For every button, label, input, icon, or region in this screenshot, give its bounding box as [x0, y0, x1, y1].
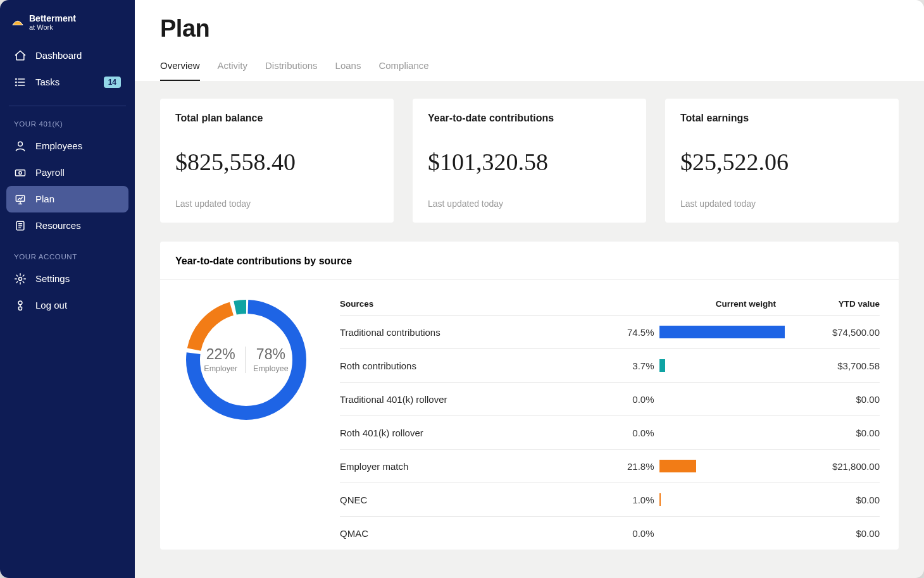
gear-icon	[14, 273, 27, 285]
metric-card: Year-to-date contributions$101,320.58Las…	[413, 99, 646, 223]
sources-table-head: Sources Current weight YTD value	[340, 299, 880, 315]
lock-icon	[14, 299, 27, 312]
sidebar-item-label: Dashboard	[35, 50, 82, 61]
source-name: QMAC	[340, 528, 619, 539]
weight-pct: 21.8%	[619, 461, 654, 472]
weight-bar	[659, 359, 784, 372]
weight-cell: 74.5%	[619, 326, 784, 338]
content: Total plan balance$825,558.40Last update…	[135, 81, 924, 550]
donut-employer-label: Employer	[204, 364, 237, 373]
nav-heading-account: YOUR ACCOUNT	[6, 239, 128, 266]
page-title: Plan	[160, 15, 899, 42]
ytd-section-title: Year-to-date contributions by source	[160, 242, 899, 280]
donut-chart: 22% Employer 78% Employee	[183, 299, 309, 421]
weight-bar	[659, 426, 784, 439]
metric-title: Total earnings	[680, 113, 883, 124]
ytd-section: Year-to-date contributions by source	[160, 242, 899, 550]
weight-cell: 0.0%	[619, 426, 784, 439]
ytd-value: $21,800.00	[784, 461, 880, 472]
metric-updated: Last updated today	[428, 199, 631, 209]
nav-heading-401k: YOUR 401(K)	[6, 106, 128, 133]
svg-point-5	[19, 171, 22, 174]
sidebar-item-plan[interactable]: Plan	[6, 186, 128, 212]
weight-pct: 1.0%	[619, 495, 654, 505]
weight-pct: 74.5%	[619, 327, 654, 338]
svg-point-3	[18, 142, 23, 146]
source-name: Roth 401(k) rollover	[340, 427, 619, 438]
presentation-icon	[14, 193, 27, 206]
sidebar-item-label: Employees	[35, 140, 82, 151]
svg-point-9	[18, 301, 22, 305]
svg-point-8	[19, 277, 22, 280]
metric-card: Total plan balance$825,558.40Last update…	[160, 99, 394, 223]
weight-cell: 3.7%	[619, 359, 784, 372]
metrics-row: Total plan balance$825,558.40Last update…	[160, 99, 899, 223]
source-name: Employer match	[340, 461, 619, 472]
metric-title: Total plan balance	[175, 113, 378, 124]
tab-compliance[interactable]: Compliance	[378, 60, 428, 80]
source-name: Roth contributions	[340, 360, 619, 371]
weight-cell: 1.0%	[619, 493, 784, 506]
tab-loans[interactable]: Loans	[335, 60, 361, 80]
weight-cell: 0.0%	[619, 393, 784, 405]
ytd-value: $0.00	[784, 528, 880, 539]
nav-top: DashboardTasks14	[6, 42, 128, 95]
table-row: Roth contributions3.7%$3,700.58	[340, 348, 880, 382]
weight-bar	[659, 527, 784, 539]
brand-name: Betterment	[29, 14, 76, 23]
svg-point-1	[15, 82, 16, 83]
metric-value: $101,320.58	[428, 148, 631, 176]
table-row: Traditional contributions74.5%$74,500.00	[340, 315, 880, 348]
source-name: Traditional contributions	[340, 327, 619, 338]
metric-card: Total earnings$25,522.06Last updated tod…	[665, 99, 899, 223]
col-sources: Sources	[340, 299, 619, 309]
tasks-badge: 14	[104, 77, 121, 88]
weight-cell: 0.0%	[619, 527, 784, 539]
sidebar-item-tasks[interactable]: Tasks14	[6, 69, 128, 95]
table-row: Employer match21.8%$21,800.00	[340, 449, 880, 483]
main: Plan OverviewActivityDistributionsLoansC…	[135, 0, 924, 578]
col-weight: Current weight	[619, 299, 784, 309]
weight-bar	[659, 493, 784, 506]
resources-icon	[14, 219, 27, 232]
tab-overview[interactable]: Overview	[160, 60, 200, 81]
home-icon	[14, 49, 27, 62]
metric-value: $25,522.06	[680, 148, 883, 176]
sidebar-item-label: Log out	[35, 300, 67, 311]
sidebar-item-label: Resources	[35, 220, 81, 231]
sidebar-item-dashboard[interactable]: Dashboard	[6, 42, 128, 69]
table-row: QNEC1.0%$0.00	[340, 483, 880, 516]
app-shell: Betterment at Work DashboardTasks14 YOUR…	[0, 0, 924, 578]
metric-updated: Last updated today	[680, 199, 883, 209]
table-row: QMAC0.0%$0.00	[340, 516, 880, 550]
sidebar-item-label: Settings	[35, 273, 70, 284]
sidebar-item-settings[interactable]: Settings	[6, 266, 128, 292]
weight-bar	[659, 393, 784, 405]
svg-rect-4	[16, 170, 25, 176]
weight-pct: 3.7%	[619, 360, 654, 371]
ytd-value: $0.00	[784, 427, 880, 438]
sidebar-item-employees[interactable]: Employees	[6, 133, 128, 159]
table-row: Traditional 401(k) rollover0.0%$0.00	[340, 382, 880, 415]
weight-cell: 21.8%	[619, 460, 784, 472]
nav-section-account: SettingsLog out	[6, 266, 128, 319]
sidebar-item-label: Payroll	[35, 167, 65, 178]
sidebar-item-label: Tasks	[35, 77, 59, 87]
donut-employer-pct: 22%	[204, 347, 237, 362]
sources-table-body: Traditional contributions74.5%$74,500.00…	[340, 315, 880, 550]
sidebar-item-log-out[interactable]: Log out	[6, 292, 128, 319]
sources-table: Sources Current weight YTD value Traditi…	[340, 299, 880, 550]
donut-employee: 78% Employee	[253, 347, 289, 373]
metric-title: Year-to-date contributions	[428, 113, 631, 124]
col-value: YTD value	[784, 299, 880, 309]
tab-activity[interactable]: Activity	[218, 60, 248, 80]
donut-employee-label: Employee	[253, 364, 289, 373]
weight-pct: 0.0%	[619, 528, 654, 539]
tab-distributions[interactable]: Distributions	[265, 60, 318, 80]
metric-updated: Last updated today	[175, 199, 378, 209]
sidebar: Betterment at Work DashboardTasks14 YOUR…	[0, 0, 135, 578]
sidebar-item-payroll[interactable]: Payroll	[6, 159, 128, 186]
sidebar-item-resources[interactable]: Resources	[6, 212, 128, 239]
metric-value: $825,558.40	[175, 148, 378, 176]
brand: Betterment at Work	[6, 11, 128, 42]
